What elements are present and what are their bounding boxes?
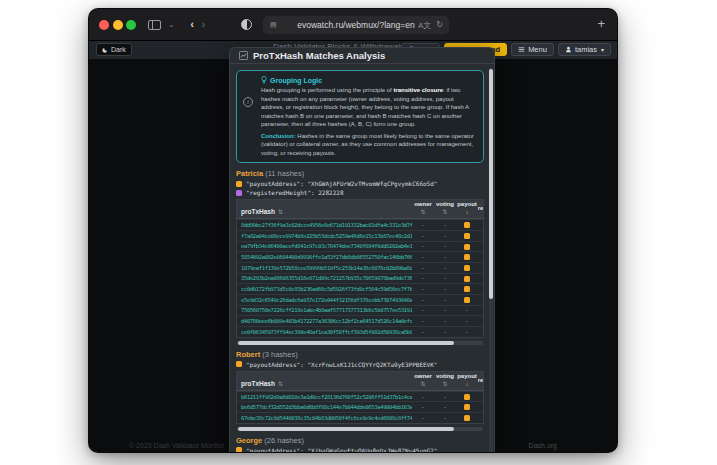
translate-icon[interactable]: A文 bbox=[418, 20, 431, 31]
payout-cell bbox=[456, 232, 478, 238]
table-row[interactable]: 5854092a082e0604400d9916ffe1a53f27db8db0… bbox=[237, 251, 483, 262]
column-header-payout-col[interactable]: payout↓ bbox=[456, 372, 478, 390]
protxhash-value[interactable]: be6d577dcf32d552d3bba0d6b8f88c144e7b044d… bbox=[237, 404, 412, 410]
table-header-row: proTxHash⇅owner⇅voting⇅payout↓re bbox=[237, 200, 483, 219]
table-row[interactable]: 750560750e7226cff218e1abc4b8aaf577173773… bbox=[237, 305, 483, 316]
legend-text: "payoutAddress": "XhGWAjAFUrW2vTMvomWfqC… bbox=[246, 180, 437, 187]
protxhash-value[interactable]: 8dd99bc27f36f9a3c02dcce4956e8e671d191332… bbox=[237, 222, 412, 228]
table-row[interactable]: 67ebe38c72c0d5440038c35c04b83d0050f4fc6c… bbox=[237, 412, 483, 423]
table-row[interactable]: ea79fb34c06400acefd841c97c03c78474dee734… bbox=[237, 241, 483, 252]
horizontal-scrollbar-thumb[interactable] bbox=[238, 341, 454, 345]
legend-color-swatch bbox=[236, 190, 242, 196]
sort-icon[interactable]: ⇅ bbox=[278, 380, 283, 387]
protxhash-value[interactable]: b61211ff982d9a8d010e3a1d0ccf28136d768f52… bbox=[237, 394, 412, 400]
protxhash-table: proTxHash⇅owner⇅voting⇅payout↓reb61211ff… bbox=[236, 371, 484, 424]
table-row[interactable]: e5e9d32c6549c26dadc6a937e172e044f32156df… bbox=[237, 294, 483, 305]
appearance-toggle-icon[interactable] bbox=[241, 19, 252, 30]
new-tab-button[interactable]: + bbox=[597, 17, 605, 30]
grouping-logic-box: i Grouping Logic Hash grouping is perfor… bbox=[236, 70, 484, 163]
protxhash-value[interactable]: 67ebe38c72c0d5440038c35c04b83d0050f4fc6c… bbox=[237, 415, 412, 421]
protxhash-value[interactable]: 35de293b2ea08606355d16e971d09c721257b935… bbox=[237, 275, 412, 281]
payout-cell bbox=[456, 222, 478, 228]
protxhash-value[interactable]: e5e9d32c6549c26dadc6a937e172e044f32156df… bbox=[237, 297, 412, 303]
modal-header: ProTxHash Matches Analysis bbox=[230, 48, 494, 64]
back-button[interactable]: ‹ bbox=[190, 20, 193, 30]
sort-icon[interactable]: ⇅ bbox=[278, 208, 283, 215]
protxhash-value[interactable]: 1879eaf1f139e572b58cee59999b519f5c253b14… bbox=[237, 265, 412, 271]
legend-item: "payoutAddress": "XjbaGWaGnvEtuQAUo8gDxJ… bbox=[236, 447, 484, 452]
payout-cell bbox=[456, 243, 478, 249]
table-row[interactable]: 35de293b2ea08606355d16e971d09c721257b935… bbox=[237, 273, 483, 284]
voting-cell: - bbox=[434, 222, 456, 228]
payout-cell bbox=[456, 286, 478, 292]
table-row[interactable]: be6d577dcf32d552d3bba0d6b8f88c144e7b044d… bbox=[237, 401, 483, 412]
group-name: Patricia bbox=[236, 169, 263, 178]
minimize-window-button[interactable] bbox=[113, 20, 123, 30]
column-header-protxhash[interactable]: proTxHash⇅ bbox=[237, 200, 412, 218]
protxhash-value[interactable]: ce0f06345973ff94ec390e48af1ca30f58ffcf39… bbox=[237, 329, 412, 335]
sort-icon[interactable]: ⇅ bbox=[420, 381, 425, 389]
owner-cell: - bbox=[412, 233, 434, 239]
owner-cell: - bbox=[412, 318, 434, 324]
payout-match-icon bbox=[464, 404, 470, 410]
dark-mode-button[interactable]: Dark bbox=[96, 43, 132, 56]
table-row[interactable]: cc0d9172fb973d5c0c85b236ad66c5d5926f73fd… bbox=[237, 283, 483, 294]
modal-scrollbar-thumb[interactable] bbox=[489, 69, 493, 299]
column-label: re bbox=[478, 205, 483, 213]
payout-match-icon bbox=[464, 394, 470, 400]
table-row[interactable]: 1879eaf1f139e572b58cee59999b519f5c253b14… bbox=[237, 262, 483, 273]
table-row[interactable]: 8dd99bc27f36f9a3c02dcce4956e8e671d191332… bbox=[237, 219, 483, 230]
reload-icon[interactable]: ↻ bbox=[436, 20, 443, 31]
voting-cell: - bbox=[434, 254, 456, 260]
column-header-protxhash[interactable]: proTxHash⇅ bbox=[237, 372, 412, 390]
table-row[interactable]: f7a82a04ce08ece9974b8e225b53dcdc5259a46d… bbox=[237, 230, 483, 241]
forward-button[interactable]: › bbox=[202, 20, 205, 30]
horizontal-scrollbar[interactable] bbox=[237, 427, 483, 431]
zoom-window-button[interactable] bbox=[126, 20, 136, 30]
voting-cell: - bbox=[434, 394, 456, 400]
user-menu-button[interactable]: tamias ▾ bbox=[558, 43, 611, 56]
column-label: payout bbox=[457, 201, 477, 209]
horizontal-scrollbar[interactable] bbox=[237, 341, 483, 345]
column-label: owner bbox=[414, 201, 432, 209]
column-header-owner-col[interactable]: owner⇅ bbox=[412, 372, 434, 390]
chevron-down-icon[interactable]: ⌄ bbox=[169, 21, 175, 29]
sort-icon[interactable]: ↓ bbox=[466, 209, 469, 217]
table-row[interactable]: b61211ff982d9a8d010e3a1d0ccf28136d768f52… bbox=[237, 391, 483, 402]
site-settings-icon[interactable]: ▤ bbox=[270, 21, 277, 29]
moon-icon bbox=[102, 47, 108, 53]
protxhash-value[interactable]: f7a82a04ce08ece9974b8e225b53dcdc5259a46d… bbox=[237, 233, 412, 239]
close-window-button[interactable] bbox=[99, 20, 109, 30]
legend-item: "registeredHeight": 2282228 bbox=[236, 189, 484, 196]
group-title: Robert (3 hashes) bbox=[236, 350, 484, 359]
protxhash-value[interactable]: cc0d9172fb973d5c0c85b236ad66c5d5926f73fd… bbox=[237, 286, 412, 292]
modal-title: ProTxHash Matches Analysis bbox=[253, 50, 385, 61]
group-title: George (26 hashes) bbox=[236, 436, 484, 445]
column-header-voting-col[interactable]: voting⇅ bbox=[434, 200, 456, 218]
sort-icon[interactable]: ⇅ bbox=[420, 209, 425, 217]
sidebar-toggle-icon[interactable] bbox=[148, 20, 161, 30]
column-header-owner-col[interactable]: owner⇅ bbox=[412, 200, 434, 218]
horizontal-scrollbar-thumb[interactable] bbox=[238, 427, 454, 431]
owner-cell: - bbox=[412, 286, 434, 292]
sort-icon[interactable]: ⇅ bbox=[442, 381, 447, 389]
protxhash-value[interactable]: ea79fb34c06400acefd841c97c03c78474dee734… bbox=[237, 243, 412, 249]
sort-icon[interactable]: ⇅ bbox=[442, 209, 447, 217]
owner-cell: - bbox=[412, 297, 434, 303]
protxhash-value[interactable]: 5854092a082e0604400d9916ffe1a53f27db8db0… bbox=[237, 254, 412, 260]
hash-group-section: Robert (3 hashes)"payoutAddress": "XcrFn… bbox=[236, 350, 484, 431]
menu-button[interactable]: Menu bbox=[511, 43, 554, 56]
legend-item: "payoutAddress": "XcrFnwLxK1J1cCQYYrQ2KT… bbox=[236, 361, 484, 368]
column-header-voting-col[interactable]: voting⇅ bbox=[434, 372, 456, 390]
protxhash-value[interactable]: 750560750e7226cff218e1abc4b8aaf577173773… bbox=[237, 307, 412, 313]
column-header-payout-col[interactable]: payout↓ bbox=[456, 200, 478, 218]
user-icon bbox=[565, 46, 572, 53]
table-row[interactable]: d40780eee6b009e403b4172277a36306cc12bf2c… bbox=[237, 315, 483, 326]
protxhash-value[interactable]: d40780eee6b009e403b4172277a36306cc12bf2c… bbox=[237, 318, 412, 324]
modal-scrollbar[interactable] bbox=[489, 67, 493, 452]
address-bar[interactable]: ▤ evowatch.ru/webmux/?lang=en A文 ↻ bbox=[263, 16, 449, 34]
table-row[interactable]: ce0f06345973ff94ec390e48af1ca30f58ffcf39… bbox=[237, 326, 483, 337]
owner-cell: - bbox=[412, 307, 434, 313]
sort-icon[interactable]: ↓ bbox=[466, 381, 469, 389]
legend-color-swatch bbox=[236, 181, 242, 187]
